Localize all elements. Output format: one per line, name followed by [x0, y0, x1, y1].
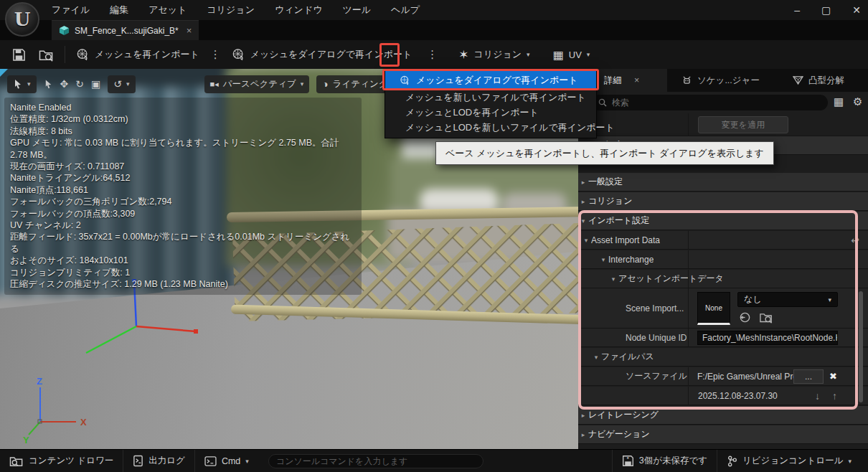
console-icon	[204, 456, 217, 466]
select-tool-icon[interactable]	[44, 79, 53, 89]
menu-item-reimport-lod[interactable]: メッシュとLODを再インポート	[385, 105, 596, 120]
selection-mode-dropdown[interactable]: ▾	[7, 75, 37, 93]
menu-item-reimport-lod-new-file[interactable]: メッシュとLODを新しいファイルで再インポート	[385, 120, 596, 135]
expander-icon[interactable]: ▸	[578, 431, 588, 438]
maximize-button[interactable]: ▢	[821, 4, 831, 16]
expander-icon[interactable]: ▾	[591, 354, 601, 361]
node-unique-id-field[interactable]: Factory_\MeshInstance\RootNode.K	[697, 331, 838, 345]
section-general-settings-label: 一般設定	[588, 176, 623, 188]
collision-dropdown[interactable]: ✶ コリジョン ▾	[452, 44, 536, 65]
expander-icon[interactable]: ▾	[598, 256, 608, 263]
search-input[interactable]	[612, 98, 798, 108]
menu-edit[interactable]: 編集	[110, 4, 128, 16]
save-button[interactable]	[6, 44, 32, 65]
title-bar: ファイル 編集 アセット コリジョン ウィンドウ ツール ヘルプ – ▢ ✕	[0, 0, 868, 20]
stat-line: およそのサイズ: 184x10x101	[10, 255, 356, 266]
source-file-value: F:/Epic Games/Unreal Proje	[697, 372, 796, 382]
menu-asset[interactable]: アセット	[148, 4, 187, 16]
section-general-settings[interactable]: ▸ 一般設定	[578, 173, 868, 192]
tab-details[interactable]: 詳細 ×	[595, 69, 667, 92]
stat-line: 現在の画面サイズ: 0.711087	[10, 161, 356, 172]
chevron-down-icon: ▾	[587, 51, 590, 58]
reset-to-default-icon[interactable]: ↩	[851, 235, 859, 246]
settings-gear-icon[interactable]: ⚙	[853, 95, 862, 108]
reimport-options-icon[interactable]: ⋮	[206, 48, 225, 61]
tab-convex-decomposition[interactable]: 凸型分解	[784, 69, 853, 92]
row-asset-import-data[interactable]: ▾ Asset Import Data ↩	[578, 231, 868, 250]
tab-socket-manager[interactable]: ソケッ...ジャー	[673, 69, 768, 92]
asset-tab[interactable]: SM_Fence_K...sujiGaki_B* ×	[52, 20, 199, 40]
row-interchange[interactable]: ▾ Interchange	[578, 250, 868, 269]
browse-asset-icon[interactable]	[759, 311, 773, 324]
save-asterisk-icon: *	[622, 455, 634, 467]
cmd-dropdown[interactable]: Cmd ▾	[195, 450, 258, 472]
section-navigation[interactable]: ▸ ナビゲーション	[578, 425, 868, 444]
minimize-button[interactable]: –	[794, 4, 800, 16]
unsaved-assets-button[interactable]: * 3個が未保存です	[613, 450, 717, 472]
move-tool-icon[interactable]: ✥	[60, 78, 69, 90]
expander-icon[interactable]: ▸	[578, 412, 588, 419]
browse-to-asset-button[interactable]	[32, 44, 60, 65]
snap-settings-dropdown[interactable]: ↺ ▾	[108, 75, 135, 93]
reimport-mesh-dialog-icon	[400, 75, 410, 85]
convex-decomposition-icon	[793, 75, 803, 85]
rotate-tool-icon[interactable]: ↻	[75, 78, 84, 90]
toolbar-separator	[65, 46, 65, 63]
menu-file[interactable]: ファイル	[52, 4, 90, 16]
revision-control-dropdown[interactable]: リビジョンコントロール ▾	[717, 450, 861, 472]
row-file-path-section[interactable]: ▾ ファイルパス	[578, 348, 868, 367]
chevron-down-icon: ▾	[126, 80, 130, 88]
stat-line: Nanite頂点:118,661	[10, 184, 356, 196]
expander-icon[interactable]: ▸	[578, 179, 588, 186]
scene-import-thumbnail[interactable]: None	[697, 292, 730, 325]
section-collision-label: コリジョン	[588, 195, 632, 207]
reimport-mesh-icon	[76, 48, 90, 61]
browse-folder-icon	[39, 48, 54, 62]
node-unique-id-value: Factory_\MeshInstance\RootNode.K	[702, 333, 838, 343]
apply-changes-button[interactable]: 変更を適用	[698, 116, 788, 133]
asset-tab-bar: SM_Fence_K...sujiGaki_B* ×	[0, 20, 868, 40]
stat-line: 圧縮ディスクの推定サイズ: 1.29 MB (1.23 MB Nanite)	[10, 278, 356, 290]
reimport-mesh-dialog-button[interactable]: メッシュをダイアログで再インポート	[225, 44, 419, 65]
clear-file-icon[interactable]: ✖	[829, 371, 837, 382]
none-thumbnail-label: None	[705, 304, 722, 312]
details-scrollbar[interactable]	[859, 291, 863, 402]
use-selected-icon[interactable]	[739, 311, 751, 324]
reimport-mesh-button[interactable]: メッシュを再インポート	[70, 44, 206, 65]
move-down-icon[interactable]: ↓	[815, 390, 820, 402]
content-drawer-button[interactable]: コンテンツ ドロワー	[0, 450, 123, 472]
browse-file-button[interactable]: ...	[793, 369, 824, 384]
tab-close-icon[interactable]: ×	[634, 75, 639, 85]
section-ray-tracing[interactable]: ▸ レイトレーシング	[578, 406, 868, 425]
menu-help[interactable]: ヘルプ	[391, 4, 420, 16]
expander-icon[interactable]: ▾	[581, 237, 591, 244]
menu-tools[interactable]: ツール	[343, 4, 372, 16]
close-button[interactable]: ✕	[852, 4, 861, 16]
move-up-icon[interactable]: ↑	[832, 390, 837, 402]
output-log-button[interactable]: 出力ログ	[123, 450, 194, 472]
menu-collision[interactable]: コリジョン	[207, 4, 255, 16]
scale-tool-icon[interactable]: ▣	[91, 78, 100, 90]
menu-window[interactable]: ウィンドウ	[275, 4, 323, 16]
scene-import-select[interactable]: なし ▾	[737, 292, 838, 307]
expander-icon[interactable]: ▾	[608, 275, 618, 283]
search-field[interactable]	[591, 95, 828, 110]
section-import-settings[interactable]: ▾ インポート設定	[578, 212, 868, 230]
timestamp-value: 2025.12.08-23.07.30	[698, 391, 778, 401]
menu-item-reimport-dialog[interactable]: メッシュをダイアログで再インポート	[385, 70, 596, 90]
reimport-context-menu: メッシュをダイアログで再インポート メッシュを新しいファイルで再インポート メッ…	[385, 70, 597, 138]
file-path-section-label: ファイルパス	[601, 351, 654, 363]
expander-icon[interactable]: ▾	[578, 217, 588, 225]
section-collision[interactable]: ▸ コリジョン	[578, 192, 868, 211]
uv-dropdown[interactable]: ▦ UV ▾	[547, 44, 597, 65]
tab-close-icon[interactable]: ×	[187, 25, 192, 36]
reimport-dialog-options-icon[interactable]: ⋮	[423, 48, 442, 61]
expander-icon[interactable]: ▸	[578, 198, 588, 205]
content-drawer-icon	[9, 455, 24, 468]
row-asset-import-data-jp[interactable]: ▾ アセットインポートデータ	[578, 270, 868, 288]
menu-item-reimport-new-file[interactable]: メッシュを新しいファイルで再インポート	[385, 90, 596, 105]
display-filter-icon[interactable]: ▦	[834, 95, 844, 108]
stat-line: 距離フィールド: 35x7x21 = 0.00Mbが常にロードされる0.01Mb…	[10, 231, 356, 255]
console-command-input[interactable]	[268, 454, 483, 468]
perspective-dropdown[interactable]: ■◂ パースペクティブ ▾	[204, 75, 310, 93]
